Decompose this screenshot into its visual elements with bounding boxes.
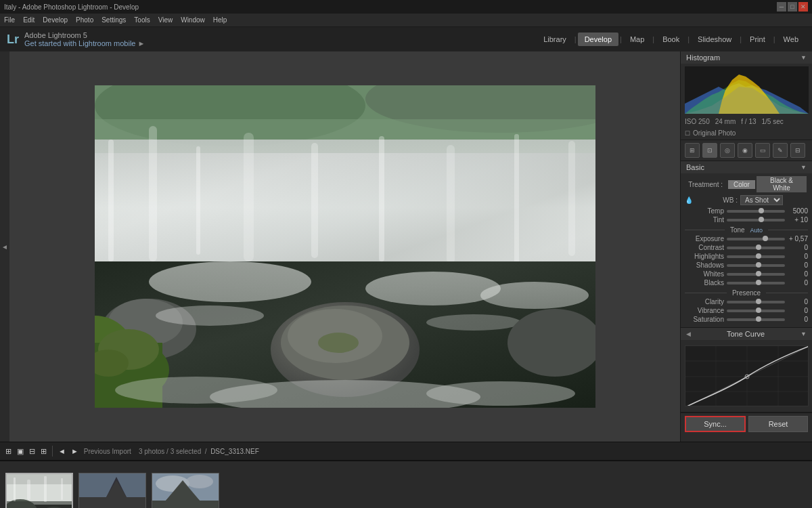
tone-curve-chevron[interactable]: ▼ — [800, 331, 807, 337]
tint-label: Tint — [685, 216, 724, 224]
menu-help[interactable]: Help — [213, 16, 227, 24]
close-button[interactable]: ✕ — [798, 2, 808, 12]
shadows-track[interactable] — [727, 264, 785, 267]
basic-section: Basic ▼ Treatment : Color Black & White … — [681, 161, 812, 328]
menu-develop[interactable]: Develop — [43, 16, 68, 24]
tint-thumb[interactable] — [759, 217, 764, 222]
crop-tool[interactable]: ⊡ — [702, 143, 717, 158]
nav-book[interactable]: Book — [656, 33, 686, 46]
filmstrip-thumb-1[interactable]: ✓ — [5, 473, 73, 509]
tone-curve-section: ◀ Tone Curve ▼ — [681, 328, 812, 412]
nav-web[interactable]: Web — [777, 33, 805, 46]
histogram-header: Histogram ▼ — [681, 51, 812, 64]
wb-select[interactable]: As Shot Auto Daylight Cloudy — [740, 195, 783, 205]
blacks-thumb[interactable] — [756, 280, 761, 285]
shadows-thumb[interactable] — [756, 262, 761, 268]
exposure-track[interactable] — [727, 238, 785, 240]
clarity-value: 0 — [788, 298, 808, 305]
reset-button[interactable]: Reset — [748, 416, 808, 432]
eyedropper-icon[interactable]: 💧 — [685, 196, 693, 204]
svg-point-30 — [426, 314, 521, 331]
whites-track[interactable] — [727, 273, 785, 276]
svg-rect-49 — [7, 501, 73, 509]
redeye-tool[interactable]: ◉ — [738, 143, 752, 158]
title-bar: Italy - Adobe Photoshop Lightroom - Deve… — [0, 0, 812, 14]
clarity-row: Clarity 0 — [685, 298, 808, 305]
saturation-track[interactable] — [727, 318, 785, 321]
next-photo-button[interactable]: ► — [71, 447, 78, 455]
brush-tool[interactable]: ✎ — [773, 143, 788, 158]
window-controls[interactable]: ─ □ ✕ — [777, 2, 808, 12]
nav-library[interactable]: Library — [537, 33, 573, 46]
exposure-thumb[interactable] — [763, 236, 768, 241]
range-mask-tool[interactable]: ⊟ — [790, 143, 805, 158]
saturation-value: 0 — [788, 316, 808, 323]
svg-rect-11 — [447, 145, 455, 263]
blacks-track[interactable] — [727, 282, 785, 284]
wb-label: WB : — [697, 196, 738, 204]
whites-value: 0 — [788, 270, 808, 278]
menu-edit[interactable]: Edit — [23, 16, 35, 24]
basic-chevron[interactable]: ▼ — [800, 164, 807, 171]
nav-print[interactable]: Print — [743, 33, 772, 46]
bw-button[interactable]: Black & White — [757, 176, 807, 192]
grid-view-icon[interactable]: ⊞ — [5, 447, 12, 456]
vibrance-thumb[interactable] — [756, 308, 761, 313]
whites-thumb[interactable] — [756, 271, 761, 276]
photo-info: ISO 250 24 mm f / 13 1/5 sec — [681, 117, 812, 128]
histogram-svg — [685, 66, 809, 114]
menu-tools[interactable]: Tools — [134, 16, 150, 24]
nav-slideshow[interactable]: Slideshow — [691, 33, 738, 46]
maximize-button[interactable]: □ — [788, 2, 797, 12]
collection-info: Previous Import 3 photos / 3 selected / … — [84, 448, 807, 455]
menu-photo[interactable]: Photo — [76, 16, 93, 24]
auto-button[interactable]: Auto — [750, 227, 763, 234]
color-button[interactable]: Color — [728, 180, 755, 189]
loupe-tool[interactable]: ⊞ — [685, 143, 700, 158]
temp-track[interactable] — [727, 210, 785, 213]
menu-settings[interactable]: Settings — [102, 16, 126, 24]
clarity-thumb[interactable] — [756, 299, 761, 304]
heal-tool[interactable]: ◎ — [720, 143, 735, 158]
tone-curve-collapse[interactable]: ◀ — [686, 331, 691, 337]
left-panel-toggle[interactable]: ◄ — [0, 51, 9, 442]
get-started-link[interactable]: Get started with Lightroom mobile ► — [24, 39, 145, 47]
compare-view-icon[interactable]: ⊟ — [29, 447, 35, 456]
tone-curve-header: ◀ Tone Curve ▼ — [681, 328, 812, 340]
filmstrip-thumb-3[interactable]: ✓ — [152, 473, 219, 509]
clarity-track[interactable] — [727, 301, 785, 303]
shutter-speed: 1/5 sec — [762, 118, 784, 125]
sync-button[interactable]: Sync... — [685, 416, 746, 432]
contrast-thumb[interactable] — [756, 245, 761, 250]
nav-map[interactable]: Map — [623, 33, 651, 46]
prev-photo-button[interactable]: ◄ — [58, 447, 66, 455]
saturation-thumb[interactable] — [756, 316, 761, 322]
vibrance-track[interactable] — [727, 310, 785, 312]
temp-thumb[interactable] — [759, 208, 764, 213]
survey-view-icon[interactable]: ⊞ — [41, 447, 47, 456]
saturation-row: Saturation 0 — [685, 316, 808, 323]
minimize-button[interactable]: ─ — [777, 2, 786, 12]
tint-track[interactable] — [727, 219, 785, 221]
basic-header: Basic ▼ — [681, 161, 812, 173]
nav-develop[interactable]: Develop — [578, 33, 618, 46]
menu-file[interactable]: File — [4, 16, 15, 24]
menu-view[interactable]: View — [158, 16, 173, 24]
svg-rect-50 — [14, 478, 16, 501]
histogram-chevron[interactable]: ▼ — [800, 54, 807, 61]
filmstrip-thumb-2[interactable]: ✓ — [78, 473, 146, 509]
temp-row: Temp 5000 — [685, 207, 808, 215]
loupe-view-icon[interactable]: ▣ — [17, 447, 24, 456]
svg-rect-13 — [568, 141, 575, 256]
contrast-track[interactable] — [727, 247, 785, 249]
highlights-thumb[interactable] — [756, 253, 761, 259]
vibrance-label: Vibrance — [685, 307, 724, 314]
gradient-tool[interactable]: ▭ — [755, 143, 770, 158]
toolbar-separator — [52, 446, 53, 457]
focal-length: 24 mm — [715, 118, 736, 125]
menu-window[interactable]: Window — [181, 16, 205, 24]
center-panel — [9, 51, 680, 442]
curve-svg — [685, 346, 809, 406]
filmstrip: ✓ ✓ ✓ — [0, 461, 812, 508]
highlights-track[interactable] — [727, 255, 785, 258]
